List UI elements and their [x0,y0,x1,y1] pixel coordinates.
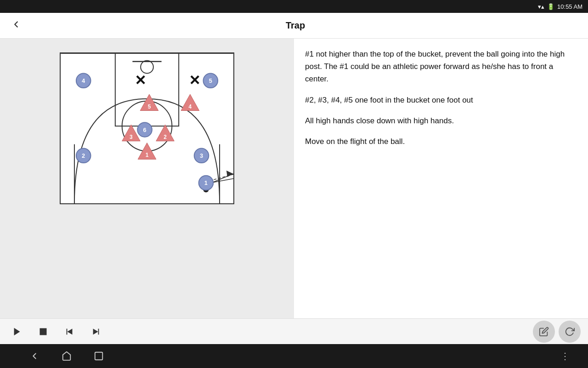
right-panel: #1 not higher than the top of the bucket… [294,39,588,318]
main-content: ✕ ✕ 5 4 3 2 [0,39,588,318]
status-bar: ▾▴ 🔋 10:55 AM [0,0,588,13]
svg-text:5: 5 [148,104,151,110]
svg-marker-39 [67,328,72,334]
fab-area [533,321,581,343]
android-recents-button[interactable] [83,347,115,365]
left-panel: ✕ ✕ 5 4 3 2 [0,39,294,318]
svg-rect-38 [40,328,47,335]
battery-icon: 🔋 [547,3,554,10]
refresh-button[interactable] [559,321,581,343]
action-bar: Trap [0,13,588,39]
text-paragraph-3: All high hands close down with high hand… [305,115,577,127]
prev-button[interactable] [62,324,77,339]
stop-button[interactable] [36,324,51,339]
svg-text:5: 5 [209,77,212,84]
next-button[interactable] [88,324,104,339]
play-button[interactable] [9,324,25,339]
svg-text:3: 3 [200,152,203,159]
svg-text:✕: ✕ [135,73,146,88]
svg-text:1: 1 [146,152,149,158]
svg-text:2: 2 [82,152,85,159]
status-time: 10:55 AM [557,3,582,10]
android-back-button[interactable] [18,347,51,365]
svg-point-3 [141,61,153,74]
svg-text:6: 6 [143,126,146,133]
overflow-menu-button[interactable]: ⋮ [560,351,570,362]
text-paragraph-2: #2, #3, #4, #5 one foot in the bucket on… [305,94,577,106]
svg-marker-41 [93,328,98,334]
text-paragraph-1: #1 not higher than the top of the bucket… [305,48,577,86]
svg-marker-37 [14,328,20,335]
back-button[interactable] [7,16,25,36]
court-diagram: ✕ ✕ 5 4 3 2 [60,52,234,204]
wifi-icon: ▾▴ [538,3,544,10]
svg-text:1: 1 [204,179,208,186]
svg-rect-40 [67,328,68,334]
svg-text:3: 3 [130,134,133,140]
edit-button[interactable] [533,321,555,343]
svg-rect-42 [98,328,99,334]
svg-rect-43 [95,352,103,360]
svg-text:2: 2 [164,134,167,140]
bottom-controls [0,318,588,344]
android-home-button[interactable] [51,347,83,365]
svg-text:✕: ✕ [189,73,200,88]
nav-bar: ⋮ [0,344,588,368]
page-title: Trap [28,20,562,31]
text-paragraph-4: Move on the flight of the ball. [305,135,577,148]
svg-text:4: 4 [189,104,192,110]
svg-text:4: 4 [82,77,85,84]
status-icons: ▾▴ 🔋 10:55 AM [538,3,582,10]
